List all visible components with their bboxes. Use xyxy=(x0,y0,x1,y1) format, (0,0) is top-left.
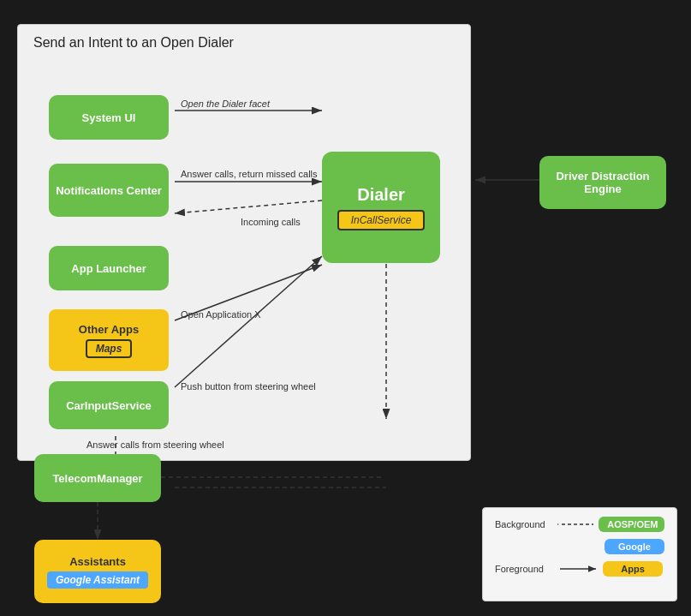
legend-foreground-label: Foreground xyxy=(495,564,555,574)
app-launcher-box: App Launcher xyxy=(49,246,169,290)
push-button-label: Push button from steering wheel xyxy=(181,381,316,392)
legend-google-row: Google xyxy=(495,539,664,554)
main-diagram: Send an Intent to an Open Dialer Syste xyxy=(17,24,471,461)
legend-apps-box: Apps xyxy=(603,561,663,577)
legend-background-arrow xyxy=(557,519,593,529)
legend-foreground-row: Foreground Apps xyxy=(495,561,664,577)
other-apps-box: Other Apps Maps xyxy=(49,309,169,371)
svg-line-6 xyxy=(175,256,322,387)
legend-foreground-arrow xyxy=(560,564,598,574)
car-input-service-box: CarInputService xyxy=(49,381,169,429)
answer-calls-steering-label: Answer calls from steering wheel xyxy=(86,440,224,450)
maps-inner-box: Maps xyxy=(86,339,133,358)
open-application-x-label: Open Application X xyxy=(181,309,261,320)
incoming-calls-label: Incoming calls xyxy=(241,217,301,227)
legend-aosp-box: AOSP/OEM xyxy=(599,517,664,532)
driver-distraction-engine-box: Driver Distraction Engine xyxy=(539,156,666,209)
svg-line-4 xyxy=(175,200,322,213)
assistants-box: Assistants Google Assistant xyxy=(34,540,161,603)
legend-box: Background AOSP/OEM Google Foreground xyxy=(482,507,677,601)
in-call-service-box: InCallService xyxy=(337,210,426,230)
system-ui-box: System UI xyxy=(49,95,169,140)
legend-background-label: Background xyxy=(495,519,552,529)
diagram-title: Send an Intent to an Open Dialer xyxy=(33,35,234,51)
legend-google-box: Google xyxy=(605,539,664,554)
notifications-center-box: Notifications Center xyxy=(49,164,169,217)
answer-calls-label: Answer calls, return missed calls xyxy=(181,169,318,179)
legend-background-row: Background AOSP/OEM xyxy=(495,517,664,532)
open-dialer-label: Open the Dialer facet xyxy=(181,99,270,109)
telecom-manager-box: TelecomManager xyxy=(34,454,161,502)
dialer-box: Dialer InCallService xyxy=(322,152,440,263)
google-assistant-inner-box: Google Assistant xyxy=(47,571,148,589)
